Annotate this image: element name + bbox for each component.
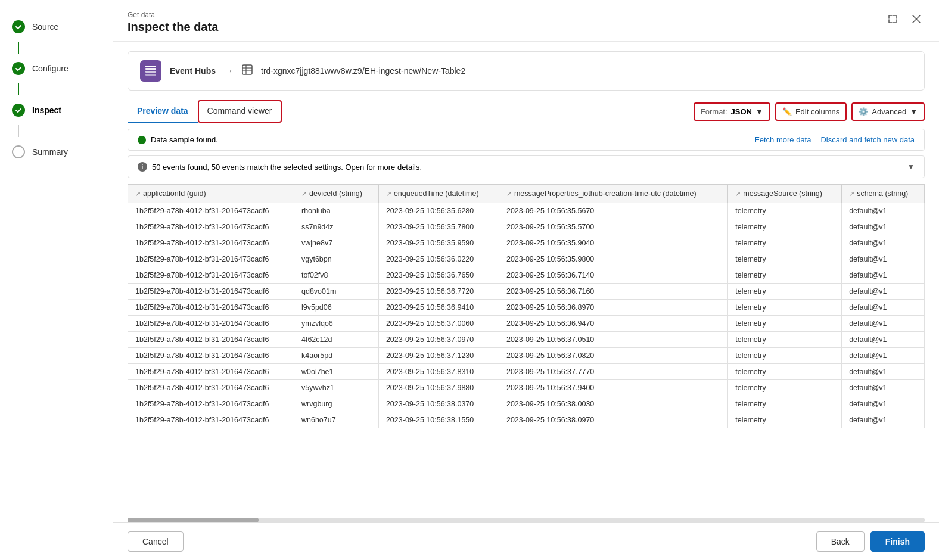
- alert-left: Data sample found.: [138, 135, 218, 144]
- table-row: 1b2f5f29-a78b-4012-bf31-2016473cadf6w0ol…: [128, 364, 925, 380]
- step-circle-source: [12, 20, 25, 33]
- source-icon: [140, 60, 161, 82]
- tab-preview[interactable]: Preview data: [128, 100, 198, 123]
- table-row: 1b2f5f29-a78b-4012-bf31-2016473cadf64f62…: [128, 332, 925, 348]
- edit-icon: ✏️: [782, 107, 792, 116]
- finish-button[interactable]: Finish: [870, 531, 925, 552]
- alert-area: Data sample found. Fetch more data Disca…: [113, 129, 939, 178]
- svg-rect-3: [145, 66, 156, 67]
- table-row: 1b2f5f29-a78b-4012-bf31-2016473cadf6wn6h…: [128, 412, 925, 428]
- scroll-thumb: [128, 518, 259, 522]
- info-dot: i: [138, 162, 147, 172]
- table-row: 1b2f5f29-a78b-4012-bf31-2016473cadf6vgyt…: [128, 251, 925, 267]
- advanced-button[interactable]: ⚙️ Advanced ▼: [851, 102, 925, 121]
- sidebar-item-summary[interactable]: Summary: [0, 137, 113, 167]
- events-info-alert: i 50 events found, 50 events match the s…: [128, 155, 925, 178]
- table-row: 1b2f5f29-a78b-4012-bf31-2016473cadf6wrvg…: [128, 396, 925, 412]
- connector-source-configure: [18, 42, 19, 54]
- source-path: trd-xgnxc7jjgt881wwv8w.z9/EH-ingest-new/…: [261, 66, 465, 76]
- edit-columns-button[interactable]: ✏️ Edit columns: [775, 102, 847, 121]
- table-row: 1b2f5f29-a78b-4012-bf31-2016473cadf6vwjn…: [128, 235, 925, 251]
- col-messageSource: ↗messageSource (string): [728, 185, 842, 203]
- table-icon: [242, 64, 253, 77]
- gear-icon: ⚙️: [859, 107, 868, 116]
- table-row: 1b2f5f29-a78b-4012-bf31-2016473cadf6ymzv…: [128, 316, 925, 332]
- back-button[interactable]: Back: [816, 531, 865, 552]
- table-row: 1b2f5f29-a78b-4012-bf31-2016473cadf6v5yw…: [128, 380, 925, 396]
- connector-configure-inspect: [18, 83, 19, 95]
- svg-rect-1: [145, 71, 156, 73]
- svg-rect-4: [242, 65, 252, 74]
- svg-rect-2: [145, 74, 156, 76]
- main-content: Get data Inspect the data: [113, 0, 939, 560]
- table-row: 1b2f5f29-a78b-4012-bf31-2016473cadf6tof0…: [128, 267, 925, 284]
- format-dropdown[interactable]: Format: JSON ▼: [694, 102, 770, 121]
- col-messageProperties: ↗messageProperties_iothub-creation-time-…: [499, 185, 727, 203]
- toolbar-right: Format: JSON ▼ ✏️ Edit columns ⚙️ Advanc…: [694, 102, 925, 121]
- svg-rect-0: [145, 68, 156, 70]
- sidebar-item-source[interactable]: Source: [0, 12, 113, 42]
- sidebar-item-configure[interactable]: Configure: [0, 54, 113, 83]
- header-titles: Get data Inspect the data: [128, 11, 218, 34]
- tabs: Preview data Command viewer: [128, 100, 282, 123]
- table-body: 1b2f5f29-a78b-4012-bf31-2016473cadf6rhon…: [128, 203, 925, 428]
- data-found-alert: Data sample found. Fetch more data Disca…: [128, 129, 925, 151]
- col-applicationId: ↗applicationId (guid): [128, 185, 294, 203]
- chevron-down-icon-advanced: ▼: [910, 107, 918, 116]
- col-deviceId: ↗deviceId (string): [294, 185, 378, 203]
- sidebar: Source Configure Inspect Summary: [0, 0, 113, 560]
- chevron-down-icon: ▼: [755, 107, 763, 116]
- data-found-text: Data sample found.: [151, 135, 218, 144]
- scroll-indicator[interactable]: [128, 518, 925, 522]
- tab-command[interactable]: Command viewer: [198, 100, 282, 123]
- data-table-container[interactable]: ↗applicationId (guid) ↗deviceId (string)…: [113, 184, 939, 518]
- cancel-button[interactable]: Cancel: [128, 531, 184, 552]
- source-name: Event Hubs: [170, 66, 216, 76]
- edit-columns-label: Edit columns: [795, 107, 839, 116]
- col-enqueuedTime: ↗enqueuedTime (datetime): [378, 185, 499, 203]
- step-circle-configure: [12, 62, 25, 75]
- step-circle-summary: [12, 145, 25, 158]
- sidebar-label-source: Source: [32, 22, 58, 32]
- table-row: 1b2f5f29-a78b-4012-bf31-2016473cadf6rhon…: [128, 203, 925, 219]
- arrow-icon: →: [224, 66, 234, 76]
- events-dropdown-icon[interactable]: ▼: [907, 163, 915, 171]
- events-left: i 50 events found, 50 events match the s…: [138, 162, 422, 172]
- col-schema: ↗schema (string): [842, 185, 925, 203]
- page-header: Get data Inspect the data: [113, 0, 939, 42]
- step-circle-inspect: [12, 104, 25, 117]
- table-row: 1b2f5f29-a78b-4012-bf31-2016473cadf6qd8v…: [128, 284, 925, 300]
- advanced-label: Advanced: [872, 107, 906, 116]
- events-info-text: 50 events found, 50 events match the sel…: [152, 163, 422, 172]
- success-dot: [138, 136, 146, 144]
- sidebar-label-summary: Summary: [32, 147, 68, 157]
- format-value: JSON: [731, 107, 752, 116]
- format-label: Format:: [701, 107, 727, 116]
- page-title: Inspect the data: [128, 20, 218, 34]
- data-table: ↗applicationId (guid) ↗deviceId (string)…: [128, 184, 925, 428]
- close-button[interactable]: [908, 11, 925, 27]
- footer-right: Back Finish: [816, 531, 925, 552]
- table-row: 1b2f5f29-a78b-4012-bf31-2016473cadf6l9v5…: [128, 300, 925, 316]
- table-row: 1b2f5f29-a78b-4012-bf31-2016473cadf6k4ao…: [128, 348, 925, 364]
- header-actions: [884, 11, 925, 27]
- fetch-more-link[interactable]: Fetch more data: [755, 135, 811, 144]
- discard-link[interactable]: Discard and fetch new data: [820, 135, 915, 144]
- sidebar-label-configure: Configure: [32, 64, 69, 73]
- connector-inspect-summary: [18, 125, 19, 137]
- alert-links: Fetch more data Discard and fetch new da…: [755, 135, 915, 144]
- source-bar: Event Hubs → trd-xgnxc7jjgt881wwv8w.z9/E…: [128, 51, 925, 91]
- sidebar-label-inspect: Inspect: [32, 105, 61, 115]
- expand-button[interactable]: [884, 11, 901, 27]
- table-row: 1b2f5f29-a78b-4012-bf31-2016473cadf6ss7n…: [128, 219, 925, 235]
- footer: Cancel Back Finish: [113, 522, 939, 560]
- sidebar-item-inspect[interactable]: Inspect: [0, 95, 113, 125]
- table-header-row: ↗applicationId (guid) ↗deviceId (string)…: [128, 185, 925, 203]
- header-subtitle: Get data: [128, 11, 218, 19]
- toolbar: Preview data Command viewer Format: JSON…: [113, 100, 939, 123]
